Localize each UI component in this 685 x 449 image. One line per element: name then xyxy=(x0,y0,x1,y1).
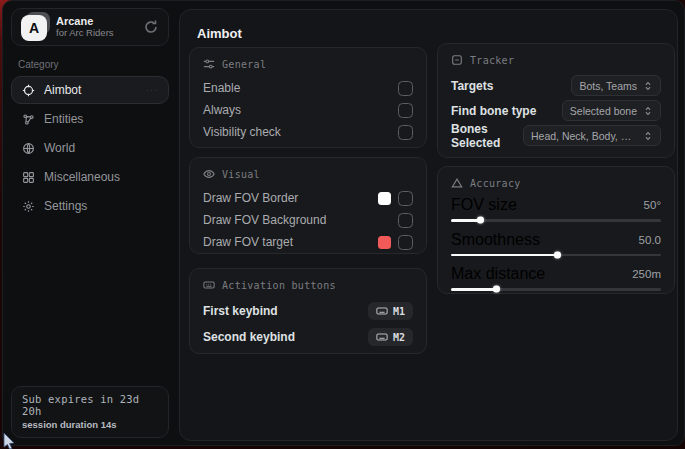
setting-label: Draw FOV target xyxy=(203,235,293,249)
sidebar-item-label: World xyxy=(44,141,75,155)
fov-size-slider-knob[interactable] xyxy=(477,217,484,224)
fov-size-slider-track[interactable] xyxy=(451,219,661,222)
logo-letter: A xyxy=(21,15,47,41)
setting-label: Second keybind xyxy=(203,330,295,344)
sidebar-item-entities[interactable]: Entities xyxy=(11,105,169,133)
dropdown-value: Bots, Teams xyxy=(579,80,637,92)
sidebar-item-hint: ··· xyxy=(146,85,158,95)
sidebar: A Arcane for Arc Riders Category Aimbot … xyxy=(3,1,177,445)
sidebar-nav: Aimbot ··· Entities World Miscellaneous xyxy=(3,76,177,220)
setting-row-enable: Enable xyxy=(203,77,413,99)
sub-expiry-text: Sub expires in 23d 20h xyxy=(22,393,158,417)
find-bone-type-dropdown[interactable]: Selected bone xyxy=(562,100,661,121)
setting-label: Always xyxy=(203,103,241,117)
fov-background-checkbox[interactable] xyxy=(398,213,413,228)
sidebar-item-settings[interactable]: Settings xyxy=(11,192,169,220)
keybind-value: M1 xyxy=(393,306,405,317)
card-general-header: General xyxy=(203,58,413,70)
sidebar-item-aimbot[interactable]: Aimbot ··· xyxy=(11,76,169,104)
sidebar-item-label: Settings xyxy=(44,199,87,213)
setting-label: Visibility check xyxy=(203,125,281,139)
fov-target-checkbox[interactable] xyxy=(398,235,413,250)
checkbox-minus-icon xyxy=(451,54,463,66)
sidebar-item-miscellaneous[interactable]: Miscellaneous xyxy=(11,163,169,191)
crosshair-icon xyxy=(22,84,35,97)
slider-fill xyxy=(451,254,556,257)
card-title: Tracker xyxy=(470,55,514,66)
sidebar-item-label: Aimbot xyxy=(44,83,81,97)
smoothness-slider-track[interactable] xyxy=(451,254,661,257)
slider-value: 50.0 xyxy=(639,234,661,246)
slider-smoothness: Smoothness 50.0 xyxy=(451,231,661,257)
app-subtitle: for Arc Riders xyxy=(56,28,135,39)
setting-row-bones-selected: Bones Selected Head, Neck, Body, Fe... xyxy=(451,123,661,148)
enable-checkbox[interactable] xyxy=(398,81,413,96)
slider-value: 50° xyxy=(644,199,661,211)
sidebar-header: A Arcane for Arc Riders xyxy=(11,8,169,46)
slider-label: Max distance xyxy=(451,265,545,283)
keybind-value: M2 xyxy=(393,332,405,343)
setting-row-fov-border: Draw FOV Border xyxy=(203,187,413,209)
setting-row-fov-target: Draw FOV target xyxy=(203,231,413,253)
setting-row-find-bone-type: Find bone type Selected bone xyxy=(451,98,661,123)
max-distance-slider-track[interactable] xyxy=(451,288,661,291)
second-keybind-button[interactable]: M2 xyxy=(368,328,413,346)
app-logo: A xyxy=(21,14,48,41)
always-checkbox[interactable] xyxy=(398,103,413,118)
card-general: General Enable Always Visibility check xyxy=(189,47,427,148)
first-keybind-button[interactable]: M1 xyxy=(368,302,413,320)
grid-icon xyxy=(22,171,35,184)
main-panel: Aimbot General Enable Always Visibility … xyxy=(179,9,678,441)
session-duration-text: session duration 14s xyxy=(22,419,158,430)
setting-label: Enable xyxy=(203,81,240,95)
keyboard-icon xyxy=(376,305,388,317)
setting-label: Bones Selected xyxy=(451,122,523,150)
card-visual: Visual Draw FOV Border Draw FOV Backgrou… xyxy=(189,157,427,254)
globe-icon xyxy=(22,142,35,155)
mouse-cursor xyxy=(3,433,16,449)
setting-row-targets: Targets Bots, Teams xyxy=(451,73,661,98)
fov-target-color-swatch[interactable] xyxy=(378,236,391,249)
card-activation-buttons: Activation buttons First keybind M1 Seco… xyxy=(189,268,427,354)
slider-label: FOV size xyxy=(451,196,517,214)
fov-border-checkbox[interactable] xyxy=(398,191,413,206)
smoothness-slider-knob[interactable] xyxy=(554,251,561,258)
card-tracker-header: Tracker xyxy=(451,54,661,66)
sliders-icon xyxy=(203,58,215,70)
keyboard-icon xyxy=(376,331,388,343)
sidebar-item-label: Entities xyxy=(44,112,83,126)
dropdown-value: Selected bone xyxy=(570,105,637,117)
sync-icon[interactable] xyxy=(143,19,159,35)
app-titles: Arcane for Arc Riders xyxy=(56,15,135,39)
card-activation-header: Activation buttons xyxy=(203,279,413,291)
app-name: Arcane xyxy=(56,15,135,28)
app-window: A Arcane for Arc Riders Category Aimbot … xyxy=(2,0,685,446)
fov-border-color-swatch[interactable] xyxy=(378,192,391,205)
chevron-up-down-icon xyxy=(643,81,653,91)
keyboard-icon xyxy=(203,279,215,291)
card-accuracy: Accuracy FOV size 50° Smoothness 50.0 xyxy=(437,166,675,294)
setting-row-first-keybind: First keybind M1 xyxy=(203,298,413,324)
card-tracker: Tracker Targets Bots, Teams Find bone ty… xyxy=(437,43,675,158)
setting-label: Draw FOV Border xyxy=(203,191,298,205)
bones-selected-dropdown[interactable]: Head, Neck, Body, Fe... xyxy=(523,125,661,146)
card-title: Visual xyxy=(222,169,260,180)
card-visual-header: Visual xyxy=(203,168,413,180)
delta-icon xyxy=(451,177,463,189)
category-label: Category xyxy=(18,59,177,70)
subscription-info: Sub expires in 23d 20h session duration … xyxy=(11,386,169,438)
card-title: General xyxy=(222,59,266,70)
max-distance-slider-knob[interactable] xyxy=(493,286,500,293)
slider-max-distance: Max distance 250m xyxy=(451,265,661,291)
visibility-check-checkbox[interactable] xyxy=(398,125,413,140)
setting-row-second-keybind: Second keybind M2 xyxy=(203,324,413,350)
card-title: Accuracy xyxy=(470,178,521,189)
gear-icon xyxy=(22,200,35,213)
targets-dropdown[interactable]: Bots, Teams xyxy=(571,75,661,96)
slider-fov-size: FOV size 50° xyxy=(451,196,661,222)
sidebar-item-world[interactable]: World xyxy=(11,134,169,162)
card-accuracy-header: Accuracy xyxy=(451,177,661,189)
slider-value: 250m xyxy=(632,268,661,280)
eye-icon xyxy=(203,168,215,180)
setting-row-visibility-check: Visibility check xyxy=(203,121,413,143)
